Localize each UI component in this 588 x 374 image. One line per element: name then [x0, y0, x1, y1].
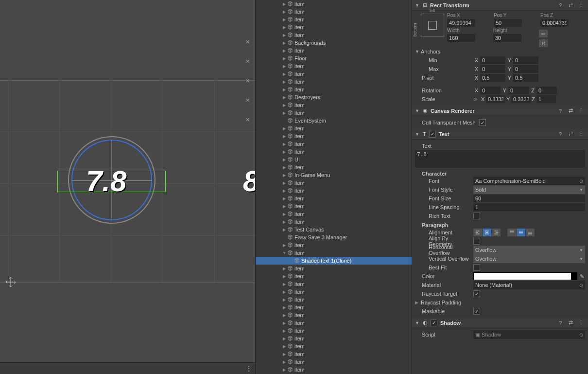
hierarchy-item[interactable]: ▶Floor — [256, 54, 412, 62]
hierarchy-item[interactable]: ▶In-Game Menu — [256, 171, 412, 179]
kebab-icon[interactable]: ⋮ — [578, 131, 585, 137]
material-field[interactable]: None (Material)⊙ — [473, 281, 585, 289]
hierarchy-item[interactable]: ▶item — [256, 101, 412, 109]
line-spacing-input[interactable] — [473, 203, 585, 211]
expand-arrow-icon[interactable]: ▶ — [282, 95, 287, 100]
anchor-max-x-input[interactable] — [480, 65, 505, 73]
hierarchy-item[interactable]: ▶item — [256, 358, 412, 366]
hierarchy-item[interactable]: ▶item — [256, 218, 412, 226]
hierarchy-item[interactable]: ▶item — [256, 62, 412, 70]
hierarchy-item[interactable]: ▶item — [256, 70, 412, 78]
overlay-icon[interactable]: ✕ — [245, 117, 253, 125]
hierarchy-item[interactable]: ▼item — [256, 249, 412, 257]
expand-arrow-icon[interactable]: ▶ — [282, 298, 287, 302]
expand-arrow-icon[interactable]: ▶ — [282, 321, 287, 325]
expand-arrow-icon[interactable]: ▼ — [282, 251, 287, 255]
scene-view[interactable]: 7.8 8 ✕ ✕ ✕ ✕ ✕ ⋮ — [0, 0, 255, 374]
hierarchy-item[interactable]: ▶Backgrounds — [256, 39, 412, 47]
expand-arrow-icon[interactable]: ▶ — [282, 181, 287, 185]
link-icon[interactable]: ⊘ — [473, 97, 480, 102]
canvas-renderer-header[interactable]: ▼ ◉ Canvas Renderer ? ⇄ ⋮ — [412, 106, 588, 116]
hierarchy-item[interactable]: ▶item — [256, 47, 412, 54]
preset-icon[interactable]: ⇄ — [569, 107, 575, 114]
expand-arrow-icon[interactable]: ▶ — [282, 25, 287, 30]
align-right-button[interactable] — [492, 229, 501, 236]
help-icon[interactable]: ? — [559, 108, 566, 114]
font-field[interactable]: Aa Comprehension-SemiBold⊙ — [473, 177, 585, 185]
anchor-min-y-input[interactable] — [513, 56, 538, 64]
hierarchy-item[interactable]: ▶item — [256, 366, 412, 374]
rich-text-checkbox[interactable] — [473, 213, 480, 219]
h-overflow-dropdown[interactable]: Overflow▼ — [473, 246, 585, 254]
hierarchy-item[interactable]: ▶item — [256, 163, 412, 171]
expand-arrow-icon[interactable]: ▶ — [282, 290, 287, 294]
align-bottom-button[interactable] — [526, 229, 535, 236]
best-fit-checkbox[interactable] — [473, 264, 480, 271]
hierarchy-item[interactable]: ▶item — [256, 241, 412, 249]
align-top-button[interactable] — [507, 229, 516, 236]
collapse-arrow-icon[interactable]: ▼ — [415, 49, 420, 54]
hierarchy-item[interactable]: ▶UI — [256, 156, 412, 163]
height-input[interactable] — [493, 34, 521, 42]
hierarchy-item[interactable]: ▶Test Canvas — [256, 226, 412, 233]
scale-z-input[interactable] — [536, 95, 556, 103]
expand-arrow-icon[interactable]: ▶ — [282, 165, 287, 170]
overlay-icon[interactable]: ✕ — [245, 39, 253, 47]
pivot-y-input[interactable] — [513, 74, 538, 82]
width-input[interactable] — [447, 34, 475, 42]
cull-transparent-checkbox[interactable] — [479, 119, 486, 126]
expand-arrow-icon[interactable]: ▶ — [282, 134, 287, 139]
expand-arrow-icon[interactable]: ▶ — [282, 243, 287, 248]
hierarchy-item[interactable]: ▶item — [256, 327, 412, 335]
text-enabled-checkbox[interactable] — [429, 131, 436, 138]
hierarchy-item[interactable]: ▶Destroyers — [256, 93, 412, 101]
v-overflow-dropdown[interactable]: Overflow▼ — [473, 254, 585, 263]
expand-arrow-icon[interactable]: ▶ — [282, 267, 287, 271]
shadow-enabled-checkbox[interactable] — [431, 320, 437, 326]
expand-arrow-icon[interactable]: ▶ — [282, 228, 287, 232]
hierarchy-item[interactable]: ▶item — [256, 335, 412, 342]
hierarchy-item[interactable]: ▶item — [256, 109, 412, 117]
expand-arrow-icon[interactable]: ▶ — [282, 33, 287, 37]
hierarchy-item[interactable]: ShadedText 1(Clone) — [256, 257, 412, 265]
expand-arrow-icon[interactable]: ▶ — [282, 196, 287, 201]
expand-arrow-icon[interactable]: ▶ — [282, 56, 287, 61]
hierarchy-item[interactable]: ▶item — [256, 132, 412, 140]
hierarchy-item[interactable]: ▶item — [256, 202, 412, 210]
overlay-icon[interactable]: ✕ — [245, 58, 253, 66]
overlay-icon[interactable]: ✕ — [245, 97, 253, 105]
hierarchy-item[interactable]: ▶item — [256, 78, 412, 86]
expand-arrow-icon[interactable]: ▶ — [282, 41, 287, 45]
hierarchy-item[interactable]: ▶item — [256, 0, 412, 8]
preset-icon[interactable]: ⇄ — [569, 2, 575, 8]
hierarchy-item[interactable]: EventSystem — [256, 117, 412, 125]
pos-z-input[interactable] — [540, 19, 569, 27]
hierarchy-item[interactable]: ▶item — [256, 288, 412, 296]
anchor-min-x-input[interactable] — [480, 56, 505, 64]
expand-arrow-icon[interactable]: ▶ — [282, 126, 287, 131]
hierarchy-item[interactable]: ▶item — [256, 195, 412, 202]
hierarchy-item[interactable]: ▶item — [256, 187, 412, 195]
hierarchy-item[interactable]: Easy Save 3 Manager — [256, 233, 412, 241]
text-value-input[interactable] — [415, 150, 585, 168]
scale-x-input[interactable] — [486, 95, 505, 103]
hierarchy-item[interactable]: ▶item — [256, 296, 412, 303]
expand-arrow-icon[interactable]: ▶ — [282, 329, 287, 333]
expand-arrow-icon[interactable]: ▶ — [282, 64, 287, 69]
hierarchy-item[interactable]: ▶item — [256, 342, 412, 350]
expand-arrow-icon[interactable]: ▶ — [282, 337, 287, 341]
hierarchy-item[interactable]: ▶item — [256, 31, 412, 39]
hierarchy-item[interactable]: ▶item — [256, 16, 412, 23]
hierarchy-item[interactable]: ▶item — [256, 148, 412, 156]
expand-arrow-icon[interactable]: ▶ — [282, 2, 287, 6]
expand-arrow-icon[interactable]: ▶ — [282, 111, 287, 115]
hierarchy-item[interactable]: ▶item — [256, 210, 412, 218]
expand-arrow-icon[interactable]: ▶ — [282, 282, 287, 286]
expand-arrow-icon[interactable]: ▶ — [282, 142, 287, 146]
expand-arrow-icon[interactable]: ▶ — [282, 189, 287, 193]
help-icon[interactable]: ? — [559, 2, 566, 8]
expand-arrow-icon[interactable]: ▶ — [282, 150, 287, 154]
preset-icon[interactable]: ⇄ — [569, 131, 575, 137]
hierarchy-item[interactable]: ▶item — [256, 272, 412, 280]
rotation-x-input[interactable] — [480, 87, 501, 94]
